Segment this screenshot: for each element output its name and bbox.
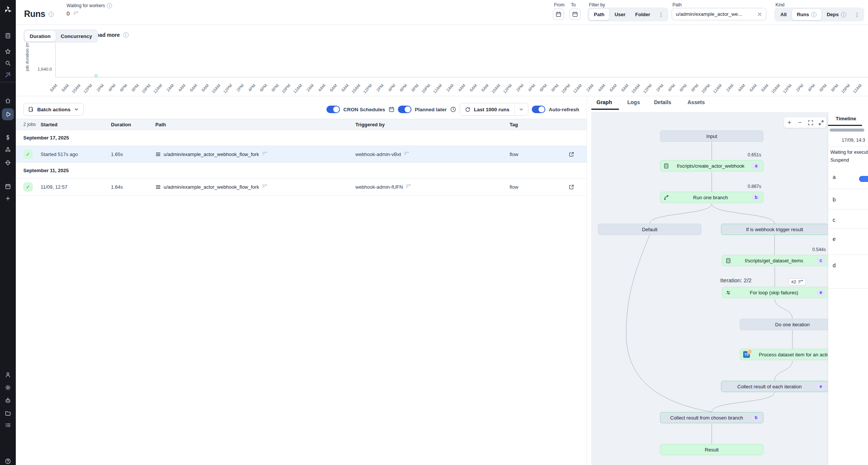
fullscreen-button[interactable] xyxy=(816,117,826,128)
sidebar-item-home[interactable] xyxy=(0,94,16,107)
sidebar-item-search[interactable] xyxy=(0,57,16,70)
sidebar-item-play[interactable] xyxy=(0,108,16,121)
sidebar-item-robot[interactable] xyxy=(0,394,16,407)
batch-actions-label: Batch actions xyxy=(37,107,71,112)
chart-tab-concurrency[interactable]: Concurrency xyxy=(56,30,97,42)
timeline-row-b[interactable]: b xyxy=(828,189,868,209)
sidebar-item-gem[interactable] xyxy=(0,156,16,169)
kind-more-menu[interactable]: ⋮ xyxy=(851,12,863,18)
auto-refresh-toggle[interactable] xyxy=(532,106,545,113)
node-badge: a xyxy=(752,163,760,169)
flow-node-for-loop[interactable]: For loop (skip failures)e xyxy=(722,287,828,298)
run-duration: 1.64s xyxy=(111,179,123,195)
detail-tab-assets[interactable]: Assets xyxy=(687,99,705,105)
success-check-icon: ✓ xyxy=(23,150,33,159)
sidebar-item-audit-log[interactable] xyxy=(0,419,16,432)
sidebar-item-calendar[interactable] xyxy=(0,180,16,193)
open-run-link[interactable] xyxy=(569,146,574,162)
flow-node-collect-chosen-branch[interactable]: Collect result from chosen branchb xyxy=(660,412,763,423)
timeline-row-d[interactable]: d xyxy=(828,255,868,289)
batch-actions-button[interactable]: Batch actions xyxy=(23,103,84,116)
flow-graph-canvas[interactable]: Input0.651sf/scripts/create_actor_webhoo… xyxy=(591,112,828,465)
run-tag: flow xyxy=(510,146,518,162)
sidebar-item-user[interactable] xyxy=(0,368,16,381)
detail-tab-logs[interactable]: Logs xyxy=(627,99,640,105)
sidebar-item-help[interactable] xyxy=(0,455,16,465)
open-run-link[interactable] xyxy=(569,179,574,195)
sidebar-item-windmill-logo[interactable] xyxy=(0,3,16,16)
graph-zoom-controls: +− xyxy=(784,117,826,128)
sidebar-item-resources[interactable] xyxy=(0,143,16,156)
typescript-icon: TS xyxy=(743,351,750,358)
path-filter-input[interactable]: u/admin/example_actor_we... xyxy=(672,8,766,20)
cron-schedules-toggle-row: CRON Schedules xyxy=(326,106,395,113)
flow-node-create-webhook[interactable]: f/scripts/create_actor_webhooka xyxy=(660,160,763,171)
timeline-tab[interactable]: Timeline xyxy=(836,116,856,121)
load-more[interactable]: Load more xyxy=(93,32,129,38)
detail-tab-graph[interactable]: Graph xyxy=(596,99,612,105)
flow-node-get-dataset-items[interactable]: f/scripts/get_dataset_itemsc xyxy=(722,255,828,266)
cron-schedules-label: CRON Schedules xyxy=(343,107,385,112)
refresh-icon xyxy=(465,107,470,112)
col-started: Started xyxy=(41,122,58,127)
to-date-button[interactable] xyxy=(569,9,581,20)
run-row[interactable]: ✓Started 517s ago1.65su/admin/example_ac… xyxy=(16,146,587,163)
filter-plus-icon[interactable] xyxy=(73,11,79,16)
clear-x-icon[interactable] xyxy=(757,12,762,17)
from-date-button[interactable] xyxy=(553,9,564,20)
calendar-icon xyxy=(572,11,578,17)
iteration-selector[interactable]: #2 xyxy=(789,278,806,285)
zoom-out-button[interactable]: − xyxy=(795,117,805,128)
kind-deps[interactable]: Deps xyxy=(822,9,851,20)
timeline-scrollbar[interactable] xyxy=(830,129,864,132)
fit-view-button[interactable] xyxy=(805,117,816,128)
flow-node-if-webhook[interactable]: If is webhook trigger result xyxy=(721,224,828,235)
chart-tab-duration[interactable]: Duration xyxy=(24,30,56,42)
timeline-row-a[interactable]: a xyxy=(828,167,868,189)
flow-node-do-one-iteration[interactable]: Do one iteration xyxy=(740,319,828,330)
node-label: Collect result from chosen branch xyxy=(663,415,750,421)
node-duration: 0.651s xyxy=(660,152,761,158)
flow-node-input[interactable]: Input xyxy=(660,130,763,142)
run-row[interactable]: ✓11/09, 12:571.64su/admin/example_actor_… xyxy=(16,179,587,195)
sidebar-item-building[interactable] xyxy=(0,29,16,42)
sidebar-item-gear[interactable] xyxy=(0,381,16,394)
run-status: ✓ xyxy=(23,179,33,195)
flow-node-process-dataset-item[interactable]: TSProcess dataset item for an action xyxy=(740,349,828,360)
run-path[interactable]: u/admin/example_actor_webhook_flow_fork xyxy=(155,146,267,162)
sidebar-item-folder[interactable] xyxy=(0,407,16,420)
chevron-down-icon xyxy=(519,107,524,112)
flow-node-collect-each-iteration[interactable]: Collect result of each iteratione xyxy=(721,381,828,392)
filter-by-label: Filter by xyxy=(589,2,605,8)
zoom-in-button[interactable]: + xyxy=(784,117,795,128)
filter-by-path[interactable]: Path xyxy=(589,9,610,20)
timeline-row-e[interactable]: e xyxy=(828,229,868,255)
kind-all[interactable]: All xyxy=(775,9,792,20)
runs-range-button[interactable]: Last 1000 runs xyxy=(460,103,514,115)
cron-schedules-toggle[interactable] xyxy=(326,106,340,113)
timeline-panel: Timeline 17/09, 14:3 Waiting for executi… xyxy=(828,112,868,465)
sidebar-item-star[interactable] xyxy=(0,45,16,58)
runs-table-header: 2 jobs Started Duration Path Triggered b… xyxy=(16,119,587,130)
sidebar-item-magic-wand[interactable] xyxy=(0,68,16,81)
timeline-duration-bar[interactable] xyxy=(859,176,868,182)
sidebar-item-dollar[interactable] xyxy=(0,131,16,144)
filter-by-more-menu[interactable]: ⋮ xyxy=(655,12,667,18)
timeline-row-c[interactable]: c xyxy=(828,209,868,229)
run-path[interactable]: u/admin/example_actor_webhook_flow_fork xyxy=(155,179,267,195)
jobs-count: 2 jobs xyxy=(23,122,36,127)
chart-data-point[interactable] xyxy=(94,74,98,77)
filter-by-user[interactable]: User xyxy=(610,9,630,20)
planned-later-toggle[interactable] xyxy=(398,106,411,113)
runs-range-dropdown[interactable] xyxy=(514,103,528,115)
detail-tab-details[interactable]: Details xyxy=(654,99,671,105)
flow-node-default-branch[interactable]: Default xyxy=(598,224,701,235)
sidebar-item-plus[interactable] xyxy=(0,192,16,205)
filter-by-folder[interactable]: Folder xyxy=(630,9,655,20)
node-badge: e xyxy=(817,383,825,389)
list-icon xyxy=(155,151,161,157)
sidebar-divider xyxy=(0,82,16,82)
flow-node-result[interactable]: Result xyxy=(660,444,763,455)
kind-runs[interactable]: Runs xyxy=(792,9,822,20)
flow-node-run-one-branch[interactable]: Run one branchb xyxy=(660,192,763,203)
